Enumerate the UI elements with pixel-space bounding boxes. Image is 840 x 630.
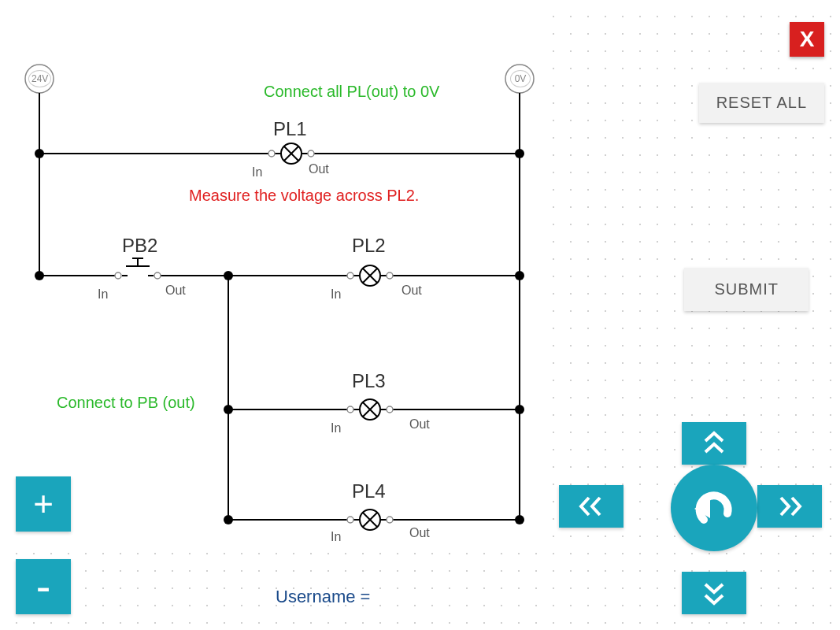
pl2-out: Out bbox=[401, 284, 422, 298]
pl1-label: PL1 bbox=[273, 118, 307, 140]
svg-point-6 bbox=[515, 149, 524, 158]
svg-point-45 bbox=[347, 517, 353, 523]
terminal-0v: 0V bbox=[510, 70, 531, 87]
nav-pad bbox=[606, 422, 811, 627]
username-label: Username = bbox=[276, 587, 370, 607]
svg-point-38 bbox=[387, 406, 393, 413]
pl1-in: In bbox=[252, 165, 262, 180]
svg-point-19 bbox=[154, 272, 161, 279]
close-button[interactable]: X bbox=[790, 22, 824, 57]
svg-point-41 bbox=[515, 515, 524, 524]
pl2-in: In bbox=[331, 287, 341, 302]
hint-left: Connect to PB (out) bbox=[57, 394, 195, 412]
pl3-in: In bbox=[331, 421, 341, 435]
submit-button[interactable]: SUBMIT bbox=[684, 268, 809, 311]
pl4-label: PL4 bbox=[352, 480, 386, 502]
chevron-up-icon bbox=[702, 430, 726, 457]
zoom-in-button[interactable]: + bbox=[16, 476, 71, 532]
pl3-out: Out bbox=[409, 417, 430, 432]
pl4-out: Out bbox=[409, 526, 430, 540]
hint-top: Connect all PL(out) to 0V bbox=[264, 83, 439, 101]
pb2-label: PB2 bbox=[122, 235, 157, 257]
pl2-label: PL2 bbox=[352, 235, 386, 257]
svg-point-37 bbox=[347, 406, 353, 413]
pl1-out: Out bbox=[309, 162, 329, 176]
svg-point-29 bbox=[387, 272, 393, 279]
nav-up-button[interactable] bbox=[682, 422, 746, 465]
pl4-in: In bbox=[331, 530, 341, 544]
hint-measure: Measure the voltage across PL2. bbox=[189, 187, 419, 205]
chevron-left-icon bbox=[578, 495, 605, 518]
plus-icon: + bbox=[33, 484, 54, 524]
pb2-out: Out bbox=[165, 284, 186, 298]
pb2-in: In bbox=[98, 287, 108, 302]
nav-left-button[interactable] bbox=[559, 485, 624, 528]
zoom-out-button[interactable]: - bbox=[16, 559, 71, 614]
nav-right-button[interactable] bbox=[757, 485, 822, 528]
svg-point-46 bbox=[387, 517, 393, 523]
svg-point-32 bbox=[224, 405, 233, 414]
svg-point-28 bbox=[347, 272, 353, 279]
undo-icon bbox=[686, 480, 742, 536]
pl3-label: PL3 bbox=[352, 370, 386, 392]
svg-point-10 bbox=[268, 150, 275, 157]
svg-point-11 bbox=[308, 150, 314, 157]
close-icon: X bbox=[800, 27, 815, 52]
svg-point-40 bbox=[224, 515, 233, 524]
svg-point-14 bbox=[35, 271, 44, 280]
chevron-right-icon bbox=[776, 495, 803, 518]
chevron-down-icon bbox=[702, 580, 726, 606]
reset-all-button[interactable]: RESET ALL bbox=[699, 83, 824, 123]
svg-point-15 bbox=[515, 271, 524, 280]
svg-point-33 bbox=[515, 405, 524, 414]
nav-down-button[interactable] bbox=[682, 572, 746, 614]
nav-undo-button[interactable] bbox=[671, 465, 757, 551]
svg-point-18 bbox=[115, 272, 121, 279]
